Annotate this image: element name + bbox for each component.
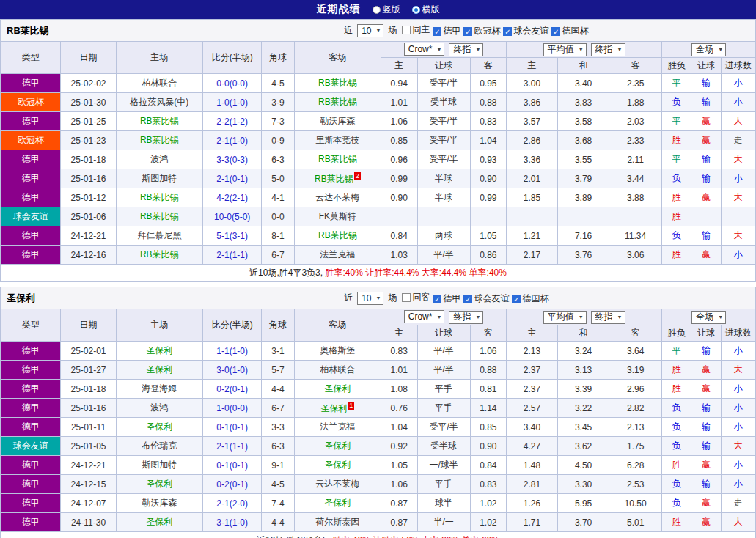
asia-odds-time-select[interactable]: 终指▼ (449, 43, 483, 56)
checkbox-checked-icon[interactable]: ✓ (463, 295, 472, 303)
match-score[interactable]: 2-1(1-0) (203, 131, 262, 150)
home-team[interactable]: RB莱比锡 (116, 188, 202, 207)
home-team[interactable]: 波鸿 (116, 150, 202, 169)
scope-select[interactable]: 全场▼ (691, 311, 726, 324)
match-score[interactable]: 2-2(1-2) (203, 112, 262, 131)
checkbox-checked-icon[interactable]: ✓ (433, 27, 441, 36)
home-team[interactable]: 圣保利 (116, 361, 202, 380)
asia-odds-time-select[interactable]: 终指▼ (449, 311, 483, 324)
away-team[interactable]: 里斯本竞技 (294, 131, 381, 150)
home-team[interactable]: 圣保利 (116, 342, 202, 361)
checkbox-checked-icon[interactable]: ✓ (512, 295, 521, 303)
away-team[interactable]: 荷尔斯泰因 (294, 513, 381, 532)
away-team[interactable]: 柏林联合 (294, 361, 381, 380)
radio-icon[interactable] (373, 6, 381, 14)
match-score[interactable]: 2-1(0-1) (203, 169, 262, 188)
filter-checkbox-德国杯[interactable]: ✓德国杯 (512, 292, 548, 305)
filter-checkbox-德甲[interactable]: ✓德甲 (433, 25, 460, 37)
home-team[interactable]: 格拉茨风暴(中) (116, 93, 202, 112)
checkbox-checked-icon[interactable]: ✓ (551, 27, 560, 36)
euro-odds-type-select[interactable]: 平均值▼ (543, 311, 587, 324)
away-team[interactable]: 勒沃库森 (294, 112, 381, 131)
away-team[interactable]: 圣保利 (294, 494, 381, 513)
home-team[interactable]: 布伦瑞克 (116, 437, 202, 456)
filter-checkbox-球会友谊[interactable]: ✓球会友谊 (463, 292, 509, 305)
match-row: 球会友谊25-01-06RB莱比锡10-0(5-0)0-0FK莫斯特胜 (1, 207, 756, 226)
filter-checkbox-欧冠杯[interactable]: ✓欧冠杯 (463, 25, 500, 37)
home-team[interactable]: RB莱比锡 (116, 246, 202, 265)
match-score[interactable]: 2-1(1-1) (203, 246, 262, 265)
away-team[interactable]: RB莱比锡 (294, 93, 381, 112)
away-team[interactable]: FK莫斯特 (294, 207, 381, 226)
away-team[interactable]: RB莱比锡 (294, 150, 381, 169)
bookmaker-select[interactable]: Crow*▼ (404, 310, 445, 323)
radio-checked-icon[interactable] (412, 6, 420, 14)
match-score[interactable]: 3-0(1-0) (203, 361, 262, 380)
home-team[interactable]: 圣保利 (116, 418, 202, 437)
checkbox-icon[interactable] (402, 26, 411, 34)
match-count-select[interactable]: 10▼ (357, 292, 383, 305)
away-team[interactable]: 法兰克福 (294, 418, 381, 437)
filter-checkbox-同客[interactable]: 同客 (402, 291, 430, 303)
euro-away-odds: 5.01 (609, 513, 662, 532)
home-team[interactable]: 斯图加特 (116, 169, 202, 188)
layout-option-horizontal[interactable]: 横版 (412, 4, 440, 16)
checkbox-checked-icon[interactable]: ✓ (463, 27, 472, 36)
match-score[interactable]: 5-1(3-1) (203, 226, 262, 246)
euro-odds-time-select[interactable]: 终指▼ (591, 43, 625, 56)
euro-odds-type-select[interactable]: 平均值▼ (543, 43, 587, 56)
match-score[interactable]: 0-2(0-1) (203, 475, 262, 494)
away-team[interactable]: RB莱比锡 (294, 74, 381, 93)
match-score[interactable]: 0-0(0-0) (203, 74, 262, 93)
checkbox-checked-icon[interactable]: ✓ (433, 295, 441, 303)
match-score[interactable]: 2-1(2-0) (203, 494, 262, 513)
away-team[interactable]: 法兰克福 (294, 246, 381, 265)
match-score[interactable]: 1-0(1-0) (203, 93, 262, 112)
bookmaker-select[interactable]: Crow*▼ (404, 43, 445, 56)
match-score[interactable]: 10-0(5-0) (203, 207, 262, 226)
match-score[interactable]: 3-1(1-0) (203, 513, 262, 532)
filter-checkbox-球会友谊[interactable]: ✓球会友谊 (503, 25, 548, 37)
home-team[interactable]: 圣保利 (116, 513, 202, 532)
home-team[interactable]: 波鸿 (116, 399, 202, 418)
away-team[interactable]: 圣保利1 (294, 399, 381, 418)
match-score[interactable]: 1-1(1-0) (203, 342, 262, 361)
home-team[interactable]: 拜仁慕尼黑 (116, 226, 202, 246)
summary-row: 近10场,胜4平1负5, 胜率:40% 让胜率:50% 大率:30% 单率:60… (1, 532, 756, 538)
away-team[interactable]: 云达不莱梅 (294, 475, 381, 494)
match-score[interactable]: 2-1(1-1) (203, 437, 262, 456)
away-team[interactable]: 圣保利 (294, 437, 381, 456)
match-score[interactable]: 3-3(0-3) (203, 150, 262, 169)
match-score[interactable]: 0-1(0-1) (203, 456, 262, 475)
checkbox-checked-icon[interactable]: ✓ (503, 27, 512, 36)
away-team[interactable]: 奥格斯堡 (294, 342, 381, 361)
scope-select[interactable]: 全场▼ (691, 43, 726, 56)
euro-home-odds: 3.40 (507, 418, 558, 437)
layout-option-vertical[interactable]: 竖版 (373, 4, 400, 16)
match-score[interactable]: 0-2(0-1) (203, 380, 262, 399)
match-score[interactable]: 4-2(2-1) (203, 188, 262, 207)
home-team[interactable]: 海登海姆 (116, 380, 202, 399)
home-team[interactable]: 斯图加特 (116, 456, 202, 475)
match-score[interactable]: 1-0(0-0) (203, 399, 262, 418)
home-team[interactable]: RB莱比锡 (116, 207, 202, 226)
away-team[interactable]: RB莱比锡2 (294, 169, 381, 188)
asia-home-odds: 0.87 (381, 513, 417, 532)
checkbox-icon[interactable] (402, 293, 411, 302)
corner-count: 4-5 (262, 475, 294, 494)
match-score[interactable]: 0-1(0-1) (203, 418, 262, 437)
filter-checkbox-德甲[interactable]: ✓德甲 (433, 292, 460, 305)
home-team[interactable]: RB莱比锡 (116, 131, 202, 150)
away-team[interactable]: 圣保利 (294, 380, 381, 399)
home-team[interactable]: 圣保利 (116, 475, 202, 494)
filter-checkbox-德国杯[interactable]: ✓德国杯 (551, 25, 588, 37)
euro-odds-time-select[interactable]: 终指▼ (591, 311, 625, 324)
home-team[interactable]: RB莱比锡 (116, 112, 202, 131)
home-team[interactable]: 柏林联合 (116, 74, 202, 93)
away-team[interactable]: 圣保利 (294, 456, 381, 475)
away-team[interactable]: 云达不莱梅 (294, 188, 381, 207)
match-count-select[interactable]: 10▼ (357, 24, 383, 37)
home-team[interactable]: 勒沃库森 (116, 494, 202, 513)
filter-checkbox-同主[interactable]: 同主 (402, 23, 430, 36)
away-team[interactable]: RB莱比锡 (294, 226, 381, 246)
